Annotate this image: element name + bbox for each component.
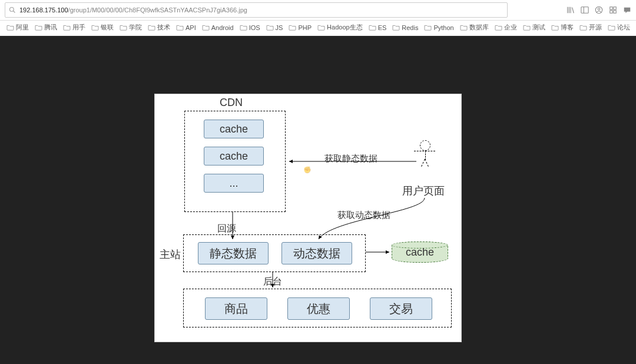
static-arrow-label: 获取静态数据	[324, 153, 377, 164]
service-promo: 优惠	[287, 297, 350, 320]
cdn-cache-1: cache	[204, 120, 264, 138]
bookmark-item[interactable]: Hadoop生态	[316, 22, 365, 32]
bookmark-item[interactable]: API	[174, 24, 198, 32]
search-icon	[9, 6, 16, 14]
back-origin-label: 回源	[217, 223, 236, 235]
bookmark-item[interactable]: 技术	[146, 22, 172, 32]
chat-icon[interactable]	[623, 6, 631, 14]
svg-point-5	[598, 8, 600, 11]
bookmark-item[interactable]: 学院	[118, 22, 144, 32]
cdn-cache-n: ...	[204, 174, 264, 193]
main-site-label: 主站	[160, 247, 181, 262]
bookmark-item[interactable]: JS	[264, 24, 285, 32]
cdn-cache-2: cache	[204, 147, 264, 166]
svg-rect-7	[614, 7, 616, 9]
cache-cylinder: cache	[392, 241, 448, 263]
cdn-group: cache cache ...	[184, 111, 286, 212]
bookmark-item[interactable]: 腾讯	[33, 22, 59, 32]
backend-group: 商品 优惠 交易	[183, 289, 452, 327]
bookmark-item[interactable]: Redis	[390, 24, 420, 32]
main-site-group: 静态数据 动态数据	[183, 234, 366, 272]
cursor-icon: ✊	[303, 166, 312, 174]
extension-icon[interactable]	[609, 6, 617, 14]
svg-rect-8	[610, 11, 612, 13]
bookmark-item[interactable]: 数据库	[458, 22, 491, 32]
bookmark-item[interactable]: PHP	[287, 24, 313, 32]
bookmark-item[interactable]: 阿里	[5, 22, 31, 32]
bookmarks-bar: 阿里腾讯用手银联学院技术APIAndroidIOSJSPHPHadoop生态ES…	[0, 21, 636, 36]
user-label: 用户页面	[402, 184, 445, 198]
bookmark-item[interactable]: 银联	[90, 22, 115, 32]
backend-label: 后台	[263, 276, 282, 288]
bookmark-item[interactable]: IOS	[238, 24, 262, 32]
service-trade: 交易	[370, 297, 432, 320]
url-path: /group1/M00/00/00/Ch8FQl9wfkSASTnYAACSPn…	[68, 6, 247, 14]
svg-rect-9	[614, 11, 616, 13]
static-data-box: 静态数据	[198, 242, 269, 264]
bookmark-item[interactable]: Python	[422, 24, 455, 32]
svg-rect-6	[610, 7, 612, 9]
svg-rect-2	[581, 7, 588, 14]
page-viewport: CDN cache cache ... 用户页面 主站 回源 静态数据 动态数据…	[0, 36, 636, 364]
library-icon[interactable]	[567, 6, 575, 14]
bookmark-item[interactable]: 开源	[578, 22, 604, 32]
account-icon[interactable]	[595, 6, 603, 14]
dynamic-data-box: 动态数据	[281, 242, 352, 264]
architecture-diagram: CDN cache cache ... 用户页面 主站 回源 静态数据 动态数据…	[154, 94, 462, 342]
bookmark-item[interactable]: ES	[367, 24, 389, 32]
svg-point-0	[10, 8, 14, 12]
user-icon	[420, 140, 430, 160]
url-bar[interactable]: 192.168.175.100/group1/M00/00/00/Ch8FQl9…	[5, 2, 508, 18]
bookmark-item[interactable]: 论坛	[606, 22, 632, 32]
bookmark-item[interactable]: 企业	[493, 22, 519, 32]
cdn-title: CDN	[220, 97, 243, 109]
bookmark-item[interactable]: 用手	[61, 22, 87, 32]
bookmark-item[interactable]: Android	[200, 24, 236, 32]
bookmark-item[interactable]: 博客	[549, 22, 575, 32]
bookmark-item[interactable]: 测试	[521, 22, 547, 32]
dynamic-arrow-label: 获取动态数据	[337, 210, 390, 221]
url-host: 192.168.175.100	[19, 6, 68, 14]
svg-line-1	[14, 11, 15, 13]
sidebar-icon[interactable]	[581, 6, 589, 14]
service-goods: 商品	[205, 297, 267, 320]
